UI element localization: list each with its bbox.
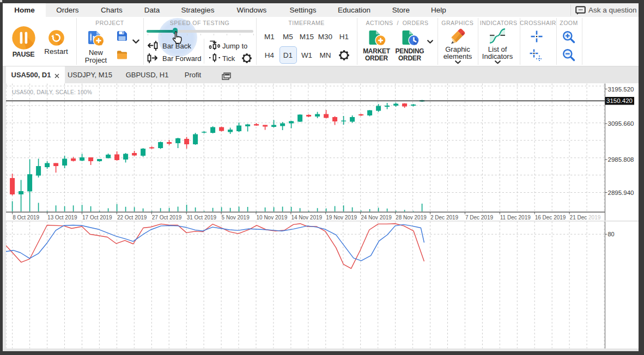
svg-text:17 Oct 2019: 17 Oct 2019 [82,215,112,221]
svg-text:31 Oct 2019: 31 Oct 2019 [187,215,217,221]
svg-text:2985.808: 2985.808 [608,156,634,163]
svg-text:10 Nov 2019: 10 Nov 2019 [257,215,288,221]
svg-text:27 Oct 2019: 27 Oct 2019 [152,215,182,221]
svg-text:3095.660: 3095.660 [608,120,634,127]
svg-text:USA500, DAILY, SCALE: 100%: USA500, DAILY, SCALE: 100% [12,89,92,95]
svg-text:2 Dec 2019: 2 Dec 2019 [430,215,459,221]
svg-text:22 Oct 2019: 22 Oct 2019 [117,215,147,221]
svg-text:13 Oct 2019: 13 Oct 2019 [47,215,77,221]
svg-text:3195.520: 3195.520 [608,86,634,93]
svg-text:19 Nov 2019: 19 Nov 2019 [326,215,357,221]
svg-text:24 Nov 2019: 24 Nov 2019 [361,215,392,221]
svg-text:8 Oct 2019: 8 Oct 2019 [13,215,39,221]
svg-text:11 Dec 2019: 11 Dec 2019 [500,215,531,221]
svg-text:14 Nov 2019: 14 Nov 2019 [291,215,322,221]
svg-text:80: 80 [608,231,615,237]
svg-text:28 Nov 2019: 28 Nov 2019 [396,215,427,221]
svg-text:21 Dec 2019: 21 Dec 2019 [570,215,601,221]
svg-text:7 Dec 2019: 7 Dec 2019 [465,215,494,221]
svg-text:5 Nov 2019: 5 Nov 2019 [222,215,250,221]
svg-text:2895.940: 2895.940 [608,189,634,196]
svg-text:3150.420: 3150.420 [606,97,633,104]
svg-text:16 Dec 2019: 16 Dec 2019 [535,215,566,221]
